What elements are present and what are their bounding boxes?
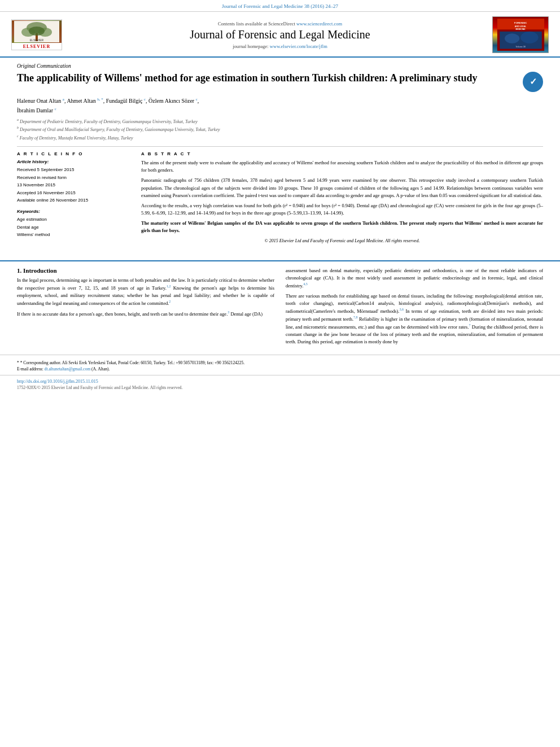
history-dates: Received 5 September 2015 Received in re…: [17, 166, 130, 204]
abstract-copyright: © 2015 Elsevier Ltd and Faculty of Foren…: [141, 238, 543, 243]
journal-ref-text: Journal of Forensic and Legal Medicine 3…: [222, 3, 338, 9]
journal-title: Journal of Forensic and Legal Medicine: [73, 28, 487, 41]
journal-reference-bar: Journal of Forensic and Legal Medicine 3…: [0, 0, 560, 11]
elsevier-logo-area: ELSEVIER ELSEVIER: [11, 19, 73, 50]
crossmark-badge[interactable]: ✓: [523, 72, 543, 92]
body-column-right: assessment based on dental maturity, esp…: [286, 267, 543, 349]
affiliation-a: a Department of Pediatric Dentistry, Fac…: [17, 117, 543, 125]
journal-header: ELSEVIER ELSEVIER Contents lists availab…: [0, 11, 560, 58]
authors-line: Halenur Onat Altan a, Ahmet Altan b, *, …: [17, 97, 543, 115]
homepage-line: journal homepage: www.elsevier.com/locat…: [73, 43, 487, 49]
article-info-header: A R T I C L E I N F O: [17, 151, 130, 156]
affiliation-c: c Faculty of Dentistry, Mustafa Kemal Un…: [17, 134, 543, 142]
body-para-2: If there is no accurate data for a perso…: [17, 310, 274, 318]
svg-point-14: [520, 32, 539, 43]
svg-text:FORENSIC: FORENSIC: [514, 21, 527, 24]
abstract-para-1: The aims of the present study were to ev…: [141, 159, 543, 174]
issn-text: 1752-928X/© 2015 Elsevier Ltd and Facult…: [17, 385, 543, 390]
keywords-list: Age estimation Dental age Willems' metho…: [17, 216, 130, 239]
contents-label: Contents lists available at ScienceDirec…: [218, 21, 295, 27]
doi-url-line: http://dx.doi.org/10.1016/j.jjflm.2015.1…: [17, 378, 543, 384]
article-type: Original Communication: [17, 63, 543, 69]
main-content: Original Communication The applicability…: [0, 58, 560, 255]
journal-cover-area: FORENSIC AND LEGAL MEDICINE Volume 38: [487, 16, 549, 53]
body-para-right-2: There are various methods for establishi…: [286, 292, 543, 346]
affiliations: a Department of Pediatric Dentistry, Fac…: [17, 117, 543, 142]
elsevier-logo: ELSEVIER ELSEVIER: [11, 19, 62, 50]
section1-right-text: assessment based on dental maturity, esp…: [286, 267, 543, 346]
author-3: Fundagül Bilgiç c,: [106, 98, 147, 104]
author-5: İbrahim Damlar c: [17, 107, 56, 113]
body-column-left: 1. Introduction In the legal process, de…: [17, 267, 274, 349]
corresponding-text: * Corresponding author. Ali Sevki Erek Y…: [20, 360, 244, 365]
sciencedirect-link[interactable]: www.sciencedirect.com: [296, 21, 342, 27]
svg-text:Volume 38: Volume 38: [515, 46, 525, 48]
section1-title: 1. Introduction: [17, 267, 274, 274]
homepage-url[interactable]: www.elsevier.com/locate/jflm: [270, 43, 327, 49]
svg-text:MEDICINE: MEDICINE: [515, 28, 526, 30]
svg-point-5: [29, 27, 45, 36]
elsevier-brand-text: ELSEVIER: [23, 44, 50, 49]
corresponding-email[interactable]: dt.altunetaltan@gmail.com: [45, 366, 90, 372]
body-divider: [0, 260, 560, 261]
section1-text: In the legal process, determining age is…: [17, 277, 274, 318]
abstract-para-2: Panoramic radiographs of 756 children (3…: [141, 177, 543, 199]
email-name: (A. Altan).: [91, 366, 110, 372]
logo-image: ELSEVIER: [11, 20, 62, 43]
homepage-label: journal homepage:: [233, 43, 269, 49]
article-info-column: A R T I C L E I N F O Article history: R…: [17, 151, 130, 243]
crossmark-icon[interactable]: ✓: [523, 72, 543, 92]
contents-line: Contents lists available at ScienceDirec…: [73, 21, 487, 27]
abstract-para-3: According to the results, a very high co…: [141, 202, 543, 217]
keywords-label: Keywords:: [17, 209, 130, 214]
article-title-row: The applicability of Willems' method for…: [17, 72, 543, 92]
abstract-column: A B S T R A C T The aims of the present …: [141, 151, 543, 243]
abstract-header: A B S T R A C T: [141, 151, 543, 156]
affiliation-b: b Department of Oral and Maxillofacial S…: [17, 125, 543, 133]
article-info-abstract-section: A R T I C L E I N F O Article history: R…: [17, 151, 543, 243]
body-para-1: In the legal process, determining age is…: [17, 277, 274, 307]
header-divider: [17, 146, 543, 147]
svg-text:ELSEVIER: ELSEVIER: [30, 38, 44, 42]
author-4: Özlem Akıncı Sözer c,: [148, 98, 199, 104]
journal-header-center: Contents lists available at ScienceDirec…: [73, 21, 487, 49]
abstract-body: The aims of the present study were to ev…: [141, 159, 543, 235]
abstract-para-4: The maturity score of Willems' Belgian s…: [141, 220, 543, 234]
svg-text:✓: ✓: [530, 77, 537, 86]
doi-link[interactable]: http://dx.doi.org/10.1016/j.jjflm.2015.1…: [17, 379, 98, 384]
body-para-right-1: assessment based on dental maturity, esp…: [286, 267, 543, 290]
author-1: Halenur Onat Altan a,: [17, 98, 65, 104]
cover-svg: FORENSIC AND LEGAL MEDICINE Volume 38: [494, 19, 548, 51]
footnotes-section: * * Corresponding author. Ali Sevki Erek…: [0, 355, 560, 375]
svg-point-13: [505, 33, 519, 43]
article-title: The applicability of Willems' method for…: [17, 72, 517, 85]
svg-text:AND LEGAL: AND LEGAL: [514, 25, 526, 28]
doi-section: http://dx.doi.org/10.1016/j.jjflm.2015.1…: [0, 375, 560, 392]
email-note: E-mail address: dt.altunetaltan@gmail.co…: [17, 366, 543, 372]
journal-cover-image: FORENSIC AND LEGAL MEDICINE Volume 38: [492, 16, 549, 53]
corresponding-note: * * Corresponding author. Ali Sevki Erek…: [17, 360, 543, 366]
history-label: Article history:: [17, 159, 130, 164]
body-content: 1. Introduction In the legal process, de…: [0, 267, 560, 349]
email-label: E-mail address:: [17, 366, 43, 372]
author-2: Ahmet Altan b, *,: [67, 98, 104, 104]
elsevier-tree-icon: ELSEVIER: [14, 21, 59, 42]
